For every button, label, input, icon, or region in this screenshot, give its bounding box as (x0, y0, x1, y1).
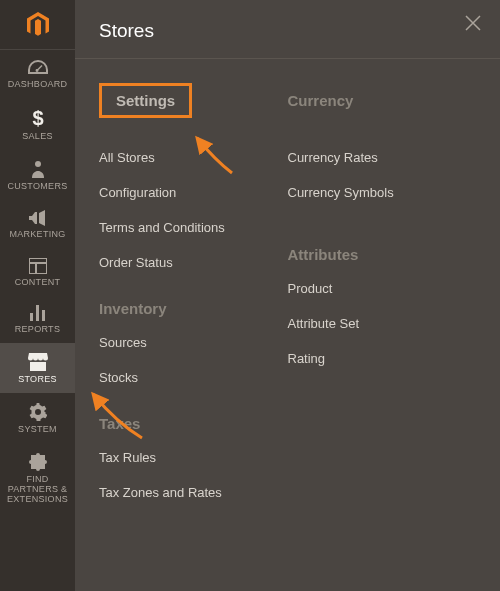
gear-icon (29, 403, 47, 421)
section-attributes: Attributes Product Attribute Set Rating (288, 246, 477, 366)
nav-label: STORES (18, 375, 57, 385)
person-icon (31, 160, 45, 178)
nav-dashboard[interactable]: DASHBOARD (0, 50, 75, 98)
nav-label: SYSTEM (18, 425, 57, 435)
link-product[interactable]: Product (288, 281, 477, 296)
link-currency-rates[interactable]: Currency Rates (288, 150, 477, 165)
gauge-icon (28, 60, 48, 76)
column-right: Currency Currency Rates Currency Symbols… (288, 83, 477, 520)
section-heading-inventory: Inventory (99, 300, 288, 317)
nav-content[interactable]: CONTENT (0, 248, 75, 296)
link-configuration[interactable]: Configuration (99, 185, 288, 200)
section-settings: Settings All Stores Configuration Terms … (99, 83, 288, 270)
layout-icon (29, 258, 47, 274)
panel-title: Stores (75, 0, 500, 59)
nav-label: REPORTS (15, 325, 60, 335)
link-rating[interactable]: Rating (288, 351, 477, 366)
link-sources[interactable]: Sources (99, 335, 288, 350)
nav-reports[interactable]: REPORTS (0, 295, 75, 343)
section-heading-settings: Settings (99, 83, 192, 118)
nav-label: SALES (22, 132, 53, 142)
dollar-icon: $ (31, 108, 45, 128)
nav-label: DASHBOARD (8, 80, 68, 90)
nav-marketing[interactable]: MARKETING (0, 200, 75, 248)
link-all-stores[interactable]: All Stores (99, 150, 288, 165)
panel-body: Settings All Stores Configuration Terms … (75, 59, 500, 520)
puzzle-icon (29, 453, 47, 471)
link-attribute-set[interactable]: Attribute Set (288, 316, 477, 331)
svg-rect-7 (42, 310, 45, 321)
section-heading-taxes: Taxes (99, 415, 288, 432)
svg-rect-6 (36, 305, 39, 321)
svg-rect-5 (30, 313, 33, 321)
nav-customers[interactable]: CUSTOMERS (0, 150, 75, 200)
nav-sales[interactable]: $ SALES (0, 98, 75, 150)
megaphone-icon (29, 210, 47, 226)
link-tax-rules[interactable]: Tax Rules (99, 450, 288, 465)
nav-label: MARKETING (9, 230, 65, 240)
nav-label: CUSTOMERS (7, 182, 67, 192)
chart-bar-icon (29, 305, 47, 321)
store-icon (28, 353, 48, 371)
nav-system[interactable]: SYSTEM (0, 393, 75, 443)
section-heading-currency: Currency (288, 83, 477, 118)
section-inventory: Inventory Sources Stocks (99, 300, 288, 385)
svg-rect-2 (29, 258, 47, 274)
nav-stores[interactable]: STORES (0, 343, 75, 393)
section-heading-attributes: Attributes (288, 246, 477, 263)
stores-flyout-panel: Stores Settings All Stores Configuration… (75, 0, 500, 591)
link-tax-zones-and-rates[interactable]: Tax Zones and Rates (99, 485, 288, 500)
column-left: Settings All Stores Configuration Terms … (99, 83, 288, 520)
section-currency: Currency Currency Rates Currency Symbols (288, 83, 477, 200)
close-button[interactable] (464, 14, 482, 35)
link-stocks[interactable]: Stocks (99, 370, 288, 385)
nav-find-partners[interactable]: FIND PARTNERS & EXTENSIONS (0, 443, 75, 513)
link-currency-symbols[interactable]: Currency Symbols (288, 185, 477, 200)
link-terms-and-conditions[interactable]: Terms and Conditions (99, 220, 288, 235)
nav-label: CONTENT (15, 278, 61, 288)
svg-point-1 (35, 161, 41, 167)
admin-sidebar: DASHBOARD $ SALES CUSTOMERS MARKETING CO… (0, 0, 75, 591)
section-taxes: Taxes Tax Rules Tax Zones and Rates (99, 415, 288, 500)
link-order-status[interactable]: Order Status (99, 255, 288, 270)
svg-text:$: $ (32, 108, 43, 128)
nav-label: FIND PARTNERS & EXTENSIONS (2, 475, 73, 505)
magento-logo[interactable] (0, 0, 75, 50)
